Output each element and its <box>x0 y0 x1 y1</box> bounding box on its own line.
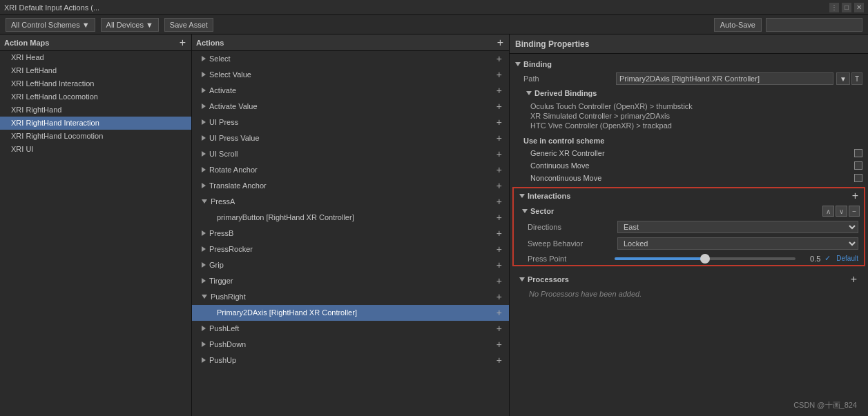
action-row[interactable]: PushUp + <box>192 353 509 368</box>
add-binding-button[interactable]: + <box>494 164 505 175</box>
slider-fill <box>615 257 705 260</box>
press-point-label: Press Point <box>528 255 610 263</box>
sector-header[interactable]: Sector ∧ ∨ − <box>514 204 864 219</box>
action-row[interactable]: Rotate Anchor + <box>192 162 509 178</box>
add-binding-button[interactable]: + <box>494 148 505 159</box>
action-row[interactable]: Select + <box>192 51 509 67</box>
action-map-item[interactable]: XRI RightHand <box>0 103 191 117</box>
triangle-icon <box>202 72 206 77</box>
add-binding-button[interactable]: + <box>494 339 505 350</box>
title-bar-title: XRI Default Input Actions (... <box>4 3 99 12</box>
press-point-slider[interactable] <box>615 257 795 260</box>
action-row[interactable]: Select Value + <box>192 67 509 83</box>
add-processor-button[interactable]: + <box>849 274 858 285</box>
action-row[interactable]: PushDown + <box>192 337 509 353</box>
processors-triangle-icon <box>519 277 525 281</box>
add-binding-button[interactable]: + <box>494 291 505 302</box>
sector-down-button[interactable]: ∨ <box>836 206 847 217</box>
processors-header[interactable]: Processors + <box>515 272 862 287</box>
add-binding-button[interactable]: + <box>494 259 505 270</box>
binding-properties-title: Binding Properties <box>515 39 589 49</box>
add-binding-button[interactable]: + <box>494 228 505 239</box>
action-label: PressA <box>211 197 235 206</box>
add-action-button[interactable]: + <box>496 37 505 48</box>
binding-properties-header: Binding Properties <box>510 34 868 54</box>
devices-dropdown[interactable]: All Devices ▼ <box>101 18 159 32</box>
section-triangle-icon <box>515 62 521 66</box>
triangle-icon <box>202 103 206 109</box>
action-row[interactable]: UI Press Value + <box>192 130 509 146</box>
add-binding-button[interactable]: + <box>494 355 505 366</box>
generic-xr-checkbox[interactable] <box>854 149 862 157</box>
action-map-item[interactable]: XRI RightHand Locomotion <box>0 130 191 143</box>
add-binding-button[interactable]: + <box>494 244 505 255</box>
action-row[interactable]: PressA + <box>192 194 509 210</box>
path-label: Path <box>523 75 613 83</box>
action-map-item[interactable]: XRI LeftHand Locomotion <box>0 90 191 103</box>
action-map-item[interactable]: XRI LeftHand Interaction <box>0 77 191 90</box>
sweep-behavior-select[interactable]: Locked <box>617 237 858 250</box>
action-row[interactable]: Tirgger + <box>192 273 509 289</box>
add-binding-button[interactable]: + <box>494 323 505 334</box>
add-binding-button[interactable]: + <box>494 307 505 318</box>
derived-section: Oculus Touch Controller (OpenXR) > thumb… <box>510 99 868 132</box>
control-schemes-dropdown[interactable]: All Control Schemes ▼ <box>6 18 95 32</box>
action-map-item[interactable]: XRI Head <box>0 51 191 64</box>
action-map-item[interactable]: XRI UI <box>0 143 191 156</box>
add-binding-button[interactable]: + <box>494 117 505 128</box>
binding-section-header[interactable]: Binding <box>510 58 868 70</box>
binding-row[interactable]: primaryButton [RightHand XR Controller] … <box>192 210 509 226</box>
interactions-section: Interactions + Sector ∧ ∨ − <box>512 187 865 266</box>
path-dropdown-button[interactable]: ▼ <box>836 72 850 85</box>
add-binding-button[interactable]: + <box>494 196 505 207</box>
sector-title: Sector <box>530 207 554 215</box>
add-binding-button[interactable]: + <box>494 85 505 96</box>
add-binding-button[interactable]: + <box>494 180 505 191</box>
add-binding-button[interactable]: + <box>494 101 505 112</box>
action-row[interactable]: Grip + <box>192 257 509 273</box>
action-row[interactable]: PushRight + <box>192 289 509 305</box>
action-map-item[interactable]: XRI LeftHand <box>0 64 191 77</box>
action-row[interactable]: Activate + <box>192 83 509 99</box>
action-row[interactable]: PressRocker + <box>192 241 509 257</box>
actions-header: Actions + <box>192 34 509 51</box>
sector-header-left: Sector <box>522 207 554 215</box>
add-action-map-button[interactable]: + <box>178 37 187 48</box>
scheme-label: Generic XR Controller <box>530 149 849 157</box>
continuous-move-checkbox[interactable] <box>854 161 862 170</box>
sector-remove-button[interactable]: − <box>849 206 860 217</box>
add-binding-button[interactable]: + <box>494 212 505 223</box>
add-interaction-button[interactable]: + <box>851 190 860 201</box>
binding-row-active[interactable]: Primary2DAxis [RightHand XR Controller] … <box>192 305 509 321</box>
action-label: Activate Value <box>209 102 258 110</box>
action-map-item-active[interactable]: XRI RightHand Interaction <box>0 117 191 130</box>
sector-up-button[interactable]: ∧ <box>822 206 834 217</box>
derived-bindings-title: Derived Bindings <box>534 89 597 97</box>
save-asset-button[interactable]: Save Asset <box>164 18 213 32</box>
add-binding-button[interactable]: + <box>494 53 505 64</box>
search-input[interactable] <box>766 18 862 32</box>
action-row[interactable]: PressB + <box>192 226 509 241</box>
triangle-icon <box>202 167 206 172</box>
path-t-button[interactable]: T <box>851 72 862 85</box>
triangle-icon <box>202 151 206 157</box>
toolbar: All Control Schemes ▼ All Devices ▼ Save… <box>0 15 868 34</box>
title-bar-menu-btn[interactable]: ⋮ <box>829 3 839 12</box>
slider-thumb[interactable] <box>700 254 710 264</box>
title-bar-maximize-btn[interactable]: □ <box>842 3 851 12</box>
action-label: Activate <box>209 86 236 95</box>
action-row[interactable]: UI Scroll + <box>192 146 509 162</box>
add-binding-button[interactable]: + <box>494 69 505 80</box>
add-binding-button[interactable]: + <box>494 275 505 286</box>
derived-bindings-header[interactable]: Derived Bindings <box>510 87 868 99</box>
auto-save-toggle[interactable]: Auto-Save <box>714 18 762 32</box>
action-row[interactable]: UI Press + <box>192 115 509 130</box>
action-row[interactable]: Activate Value + <box>192 99 509 115</box>
action-row[interactable]: Translate Anchor + <box>192 178 509 194</box>
interactions-header[interactable]: Interactions + <box>514 188 864 204</box>
add-binding-button[interactable]: + <box>494 132 505 143</box>
noncontinuous-move-checkbox[interactable] <box>854 174 862 182</box>
title-bar-close-btn[interactable]: ✕ <box>854 3 864 12</box>
action-row[interactable]: PushLeft + <box>192 321 509 337</box>
directions-select[interactable]: East <box>617 221 858 233</box>
